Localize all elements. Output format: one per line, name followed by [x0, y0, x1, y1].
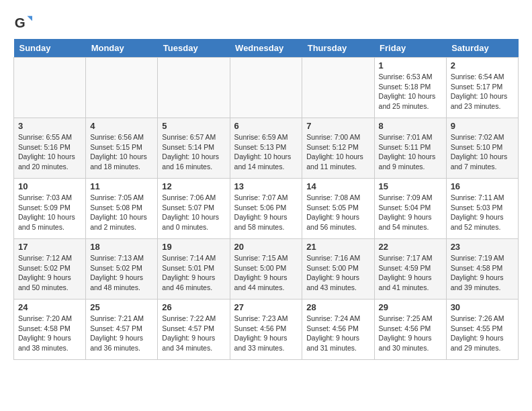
- calendar-cell: 11Sunrise: 7:05 AM Sunset: 5:08 PM Dayli…: [86, 179, 158, 239]
- day-info: Sunrise: 7:07 AM Sunset: 5:06 PM Dayligh…: [234, 193, 298, 232]
- calendar-cell: 19Sunrise: 7:14 AM Sunset: 5:01 PM Dayli…: [158, 239, 230, 300]
- calendar-cell: 21Sunrise: 7:16 AM Sunset: 5:00 PM Dayli…: [302, 239, 374, 300]
- calendar-cell: 8Sunrise: 7:01 AM Sunset: 5:11 PM Daylig…: [374, 118, 446, 179]
- logo-icon: G: [13, 13, 32, 32]
- day-number: 8: [379, 121, 442, 131]
- calendar-cell: 24Sunrise: 7:20 AM Sunset: 4:58 PM Dayli…: [14, 300, 86, 360]
- day-info: Sunrise: 7:03 AM Sunset: 5:09 PM Dayligh…: [18, 193, 81, 232]
- day-number: 30: [451, 302, 514, 312]
- calendar-cell: 20Sunrise: 7:15 AM Sunset: 5:00 PM Dayli…: [230, 239, 302, 300]
- day-number: 29: [379, 302, 442, 312]
- day-number: 22: [379, 242, 442, 252]
- day-info: Sunrise: 7:22 AM Sunset: 4:57 PM Dayligh…: [162, 314, 225, 353]
- day-number: 15: [379, 181, 442, 191]
- calendar-table: SundayMondayTuesdayWednesdayThursdayFrid…: [13, 39, 519, 360]
- logo: G: [13, 13, 35, 32]
- calendar-cell: 5Sunrise: 6:57 AM Sunset: 5:14 PM Daylig…: [158, 118, 230, 179]
- day-number: 4: [90, 121, 153, 131]
- day-number: 1: [379, 60, 442, 71]
- calendar-cell: 29Sunrise: 7:25 AM Sunset: 4:56 PM Dayli…: [374, 300, 446, 360]
- day-info: Sunrise: 7:11 AM Sunset: 5:03 PM Dayligh…: [451, 193, 514, 232]
- calendar-cell: 30Sunrise: 7:26 AM Sunset: 4:55 PM Dayli…: [446, 300, 518, 360]
- calendar-cell: 4Sunrise: 6:56 AM Sunset: 5:15 PM Daylig…: [86, 118, 158, 179]
- day-info: Sunrise: 7:20 AM Sunset: 4:58 PM Dayligh…: [18, 314, 81, 353]
- day-info: Sunrise: 7:17 AM Sunset: 4:59 PM Dayligh…: [379, 253, 442, 293]
- day-info: Sunrise: 6:57 AM Sunset: 5:14 PM Dayligh…: [162, 132, 225, 172]
- day-number: 25: [90, 302, 153, 312]
- day-info: Sunrise: 7:19 AM Sunset: 4:58 PM Dayligh…: [451, 253, 514, 293]
- svg-text:G: G: [15, 15, 26, 30]
- day-info: Sunrise: 7:21 AM Sunset: 4:57 PM Dayligh…: [90, 314, 153, 353]
- header-friday: Friday: [374, 39, 446, 58]
- day-number: 7: [306, 121, 369, 131]
- calendar-cell: 22Sunrise: 7:17 AM Sunset: 4:59 PM Dayli…: [374, 239, 446, 300]
- day-info: Sunrise: 7:13 AM Sunset: 5:02 PM Dayligh…: [90, 253, 153, 293]
- svg-marker-1: [28, 16, 32, 21]
- day-info: Sunrise: 6:59 AM Sunset: 5:13 PM Dayligh…: [234, 132, 298, 172]
- day-info: Sunrise: 6:54 AM Sunset: 5:17 PM Dayligh…: [451, 72, 514, 111]
- day-number: 14: [306, 181, 369, 191]
- day-number: 26: [162, 302, 225, 312]
- day-number: 18: [90, 242, 153, 252]
- day-info: Sunrise: 7:05 AM Sunset: 5:08 PM Dayligh…: [90, 193, 153, 232]
- day-number: 13: [234, 181, 298, 191]
- header-sunday: Sunday: [14, 39, 86, 58]
- calendar-cell: 25Sunrise: 7:21 AM Sunset: 4:57 PM Dayli…: [86, 300, 158, 360]
- calendar-week-3: 10Sunrise: 7:03 AM Sunset: 5:09 PM Dayli…: [14, 179, 519, 239]
- header-wednesday: Wednesday: [230, 39, 302, 58]
- day-info: Sunrise: 7:02 AM Sunset: 5:10 PM Dayligh…: [451, 132, 514, 172]
- day-number: 27: [234, 302, 298, 312]
- day-info: Sunrise: 6:55 AM Sunset: 5:16 PM Dayligh…: [18, 132, 81, 172]
- calendar-cell: 13Sunrise: 7:07 AM Sunset: 5:06 PM Dayli…: [230, 179, 302, 239]
- day-info: Sunrise: 7:26 AM Sunset: 4:55 PM Dayligh…: [451, 314, 514, 353]
- calendar-cell: 12Sunrise: 7:06 AM Sunset: 5:07 PM Dayli…: [158, 179, 230, 239]
- calendar-cell: 23Sunrise: 7:19 AM Sunset: 4:58 PM Dayli…: [446, 239, 518, 300]
- day-info: Sunrise: 7:08 AM Sunset: 5:05 PM Dayligh…: [306, 193, 369, 232]
- calendar-week-2: 3Sunrise: 6:55 AM Sunset: 5:16 PM Daylig…: [14, 118, 519, 179]
- day-info: Sunrise: 7:25 AM Sunset: 4:56 PM Dayligh…: [379, 314, 442, 353]
- day-number: 19: [162, 242, 225, 252]
- day-number: 12: [162, 181, 225, 191]
- calendar-cell: [230, 58, 302, 118]
- calendar-header-row: SundayMondayTuesdayWednesdayThursdayFrid…: [14, 39, 519, 58]
- day-number: 5: [162, 121, 225, 131]
- calendar-cell: 3Sunrise: 6:55 AM Sunset: 5:16 PM Daylig…: [14, 118, 86, 179]
- calendar-cell: 17Sunrise: 7:12 AM Sunset: 5:02 PM Dayli…: [14, 239, 86, 300]
- header-tuesday: Tuesday: [158, 39, 230, 58]
- calendar-cell: 14Sunrise: 7:08 AM Sunset: 5:05 PM Dayli…: [302, 179, 374, 239]
- calendar-cell: [14, 58, 86, 118]
- day-number: 9: [451, 121, 514, 131]
- day-info: Sunrise: 7:12 AM Sunset: 5:02 PM Dayligh…: [18, 253, 81, 293]
- day-info: Sunrise: 7:24 AM Sunset: 4:56 PM Dayligh…: [306, 314, 369, 353]
- calendar-week-1: 1Sunrise: 6:53 AM Sunset: 5:18 PM Daylig…: [14, 58, 519, 118]
- day-number: 3: [18, 121, 81, 131]
- day-info: Sunrise: 7:06 AM Sunset: 5:07 PM Dayligh…: [162, 193, 225, 232]
- day-number: 2: [451, 60, 514, 71]
- calendar-cell: [302, 58, 374, 118]
- calendar-cell: 9Sunrise: 7:02 AM Sunset: 5:10 PM Daylig…: [446, 118, 518, 179]
- calendar-cell: 1Sunrise: 6:53 AM Sunset: 5:18 PM Daylig…: [374, 58, 446, 118]
- day-number: 11: [90, 181, 153, 191]
- day-info: Sunrise: 7:14 AM Sunset: 5:01 PM Dayligh…: [162, 253, 225, 293]
- calendar-cell: 18Sunrise: 7:13 AM Sunset: 5:02 PM Dayli…: [86, 239, 158, 300]
- day-info: Sunrise: 7:00 AM Sunset: 5:12 PM Dayligh…: [306, 132, 369, 172]
- header-monday: Monday: [86, 39, 158, 58]
- header-thursday: Thursday: [302, 39, 374, 58]
- calendar-cell: 28Sunrise: 7:24 AM Sunset: 4:56 PM Dayli…: [302, 300, 374, 360]
- day-number: 21: [306, 242, 369, 252]
- day-info: Sunrise: 7:09 AM Sunset: 5:04 PM Dayligh…: [379, 193, 442, 232]
- day-number: 6: [234, 121, 298, 131]
- calendar-cell: 10Sunrise: 7:03 AM Sunset: 5:09 PM Dayli…: [14, 179, 86, 239]
- day-info: Sunrise: 7:23 AM Sunset: 4:56 PM Dayligh…: [234, 314, 298, 353]
- calendar-cell: 7Sunrise: 7:00 AM Sunset: 5:12 PM Daylig…: [302, 118, 374, 179]
- calendar-cell: [86, 58, 158, 118]
- calendar-cell: 16Sunrise: 7:11 AM Sunset: 5:03 PM Dayli…: [446, 179, 518, 239]
- calendar-cell: 6Sunrise: 6:59 AM Sunset: 5:13 PM Daylig…: [230, 118, 302, 179]
- header: G: [13, 13, 519, 32]
- day-info: Sunrise: 6:53 AM Sunset: 5:18 PM Dayligh…: [379, 72, 442, 111]
- calendar-week-4: 17Sunrise: 7:12 AM Sunset: 5:02 PM Dayli…: [14, 239, 519, 300]
- day-number: 16: [451, 181, 514, 191]
- day-number: 20: [234, 242, 298, 252]
- day-info: Sunrise: 7:16 AM Sunset: 5:00 PM Dayligh…: [306, 253, 369, 293]
- day-info: Sunrise: 6:56 AM Sunset: 5:15 PM Dayligh…: [90, 132, 153, 172]
